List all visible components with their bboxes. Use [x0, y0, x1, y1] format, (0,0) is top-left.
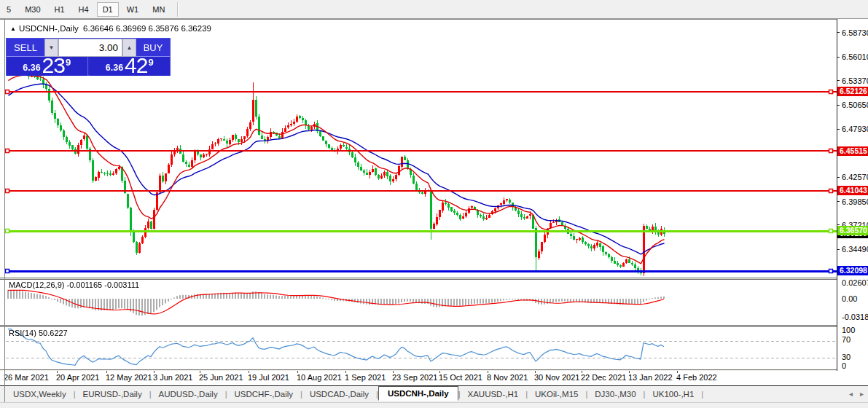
macd-values: -0.001165 -0.003111 — [66, 280, 139, 289]
price-tick-label: 6.58730 — [842, 28, 868, 37]
timeframe-button-M30[interactable]: M30 — [19, 2, 46, 17]
timeframe-button-D1[interactable]: D1 — [97, 2, 119, 17]
rsi-panel-canvas[interactable] — [0, 327, 837, 369]
timeframe-button-MN[interactable]: MN — [146, 2, 171, 17]
date-label: 26 Mar 2021 — [4, 373, 49, 382]
macd-scale-label: -0.03187 — [842, 313, 868, 321]
price-tick-mark — [837, 177, 840, 178]
chart-tab-bar: USDX,Weekly|EURUSD-,Daily|AUDUSD-,Daily|… — [0, 385, 868, 402]
sell-price-big: 23 — [42, 56, 65, 75]
price-tick-label: 6.42570 — [842, 173, 868, 181]
price-badge: 6.32098 — [837, 266, 868, 275]
sell-price-display[interactable]: 6.36 23 9 — [7, 57, 88, 76]
date-label: 25 Jun 2021 — [199, 373, 243, 382]
chart-symbol-label: USDCNH-,Daily — [19, 24, 79, 33]
tab-scroll-right-icon[interactable]: ▸ — [860, 390, 864, 398]
rsi-label: RSI(14) 50.6227 — [9, 329, 68, 337]
date-label: 13 Jan 2022 — [628, 373, 673, 382]
macd-scale-label: 0.02607 — [842, 278, 868, 287]
macd-name: MACD(12,26,9) — [9, 280, 64, 289]
chart-tab-usdx-weekly[interactable]: USDX,Weekly — [6, 388, 74, 401]
price-tick-mark — [837, 129, 840, 130]
price-tick-label: 6.56010 — [842, 52, 868, 61]
date-label: 3 Jun 2021 — [153, 373, 192, 382]
buy-price-display[interactable]: 6.36 42 9 — [90, 57, 171, 76]
price-badge: 6.36570 — [837, 226, 868, 235]
chart-tab-usdchf-daily[interactable]: USDCHF-,Daily — [227, 388, 301, 401]
timeframe-button-H1[interactable]: H1 — [49, 2, 71, 17]
price-tick-mark — [837, 57, 840, 58]
rsi-value: 50.6227 — [39, 329, 68, 337]
macd-label: MACD(12,26,9) -0.001165 -0.003111 — [9, 280, 139, 289]
rsi-scale-label: 30 — [842, 353, 851, 361]
chart-tab-xauusd-h1[interactable]: XAUUSD-,H1 — [460, 388, 525, 401]
date-label: 8 Nov 2021 — [487, 373, 528, 382]
spin-up-icon: ▲ — [127, 44, 133, 51]
rsi-scale-label: 70 — [842, 335, 851, 344]
timeframe-button-H4[interactable]: H4 — [73, 2, 95, 17]
rsi-scale-label: 0 — [842, 361, 846, 370]
sell-price-prefix: 6.36 — [23, 63, 40, 73]
date-label: 22 Dec 2021 — [581, 373, 626, 382]
timeframe-button-5[interactable]: 5 — [1, 2, 17, 17]
date-label: 23 Sep 2021 — [392, 373, 437, 382]
date-label: 20 Apr 2021 — [56, 373, 99, 382]
date-label: 1 Sep 2021 — [345, 373, 386, 382]
price-tick-label: 6.34490 — [842, 245, 868, 254]
terminal-window: 5M30H1H4D1W1MN ▲USDCNH-,Daily 6.36646 6.… — [0, 0, 868, 408]
spin-down-icon: ▼ — [49, 44, 55, 51]
price-tick-mark — [837, 32, 840, 33]
buy-price-prefix: 6.36 — [106, 63, 123, 73]
rsi-name: RSI(14) — [9, 329, 36, 337]
timeframe-toolbar: 5M30H1H4D1W1MN — [0, 0, 868, 19]
price-badge: 6.45515 — [837, 146, 868, 156]
tab-separator: | — [701, 390, 703, 399]
price-tick-mark — [837, 249, 840, 250]
price-badge: 6.41043 — [837, 186, 868, 195]
sell-button[interactable]: SELL — [7, 39, 44, 57]
price-tick-mark — [837, 80, 840, 81]
chart-ohlc-values: 6.36646 6.36969 6.35876 6.36239 — [83, 24, 211, 33]
price-tick-label: 6.50650 — [842, 101, 868, 109]
macd-scale-label: 0.00 — [842, 294, 857, 303]
one-click-trade-panel: SELL ▼ ▲ BUY 6.36 23 9 6.36 42 9 — [6, 38, 171, 76]
price-tick-mark — [837, 105, 840, 106]
date-label: 12 May 2021 — [106, 373, 152, 382]
buy-price-big: 42 — [125, 56, 147, 75]
chart-tab-dj30-m30[interactable]: DJ30-,M30 — [587, 388, 643, 401]
chart-tab-eurusd-daily[interactable]: EURUSD-,Daily — [76, 388, 149, 401]
timeframe-button-W1[interactable]: W1 — [121, 2, 145, 17]
timeframe-buttons: 5M30H1H4D1W1MN — [1, 2, 173, 17]
rsi-scale-label: 100 — [842, 326, 855, 334]
date-label: 30 Nov 2021 — [534, 373, 579, 382]
status-strip — [0, 402, 868, 408]
chart-title: ▲USDCNH-,Daily 6.36646 6.36969 6.35876 6… — [10, 24, 211, 33]
price-tick-label: 6.39850 — [842, 197, 868, 206]
date-label: 15 Oct 2021 — [439, 373, 482, 382]
window-left-border — [4, 19, 5, 402]
date-label: 10 Aug 2021 — [297, 373, 342, 382]
price-tick-mark — [837, 224, 840, 225]
date-label: 19 Jul 2021 — [248, 373, 289, 382]
chart-tab-usdcad-daily[interactable]: USDCAD-,Daily — [302, 388, 376, 401]
toolbar-separator — [177, 2, 179, 17]
chart-tab-ukoil-m15[interactable]: UKOil-,M15 — [528, 388, 585, 401]
collapse-triangle-icon[interactable]: ▲ — [10, 26, 16, 32]
window-top-border — [0, 19, 868, 20]
price-tick-label: 6.47930 — [842, 125, 868, 133]
chart-tab-uk100-h1[interactable]: UK100-,H1 — [645, 388, 701, 401]
price-tick-mark — [837, 201, 840, 202]
tab-scroll-left-icon[interactable]: ◂ — [849, 390, 853, 398]
price-badge: 6.52126 — [837, 87, 868, 96]
chart-tab-usdcnh-daily[interactable]: USDCNH-,Daily — [378, 386, 458, 401]
sell-price-pip: 9 — [66, 57, 71, 68]
price-tick-label: 6.53370 — [842, 76, 868, 85]
volume-input[interactable] — [58, 39, 122, 57]
date-axis: 26 Mar 202120 Apr 202112 May 20213 Jun 2… — [0, 371, 868, 385]
chart-tab-audusd-daily[interactable]: AUDUSD-,Daily — [152, 388, 225, 401]
buy-price-pip: 9 — [148, 57, 153, 68]
date-label: 4 Feb 2022 — [676, 373, 717, 382]
